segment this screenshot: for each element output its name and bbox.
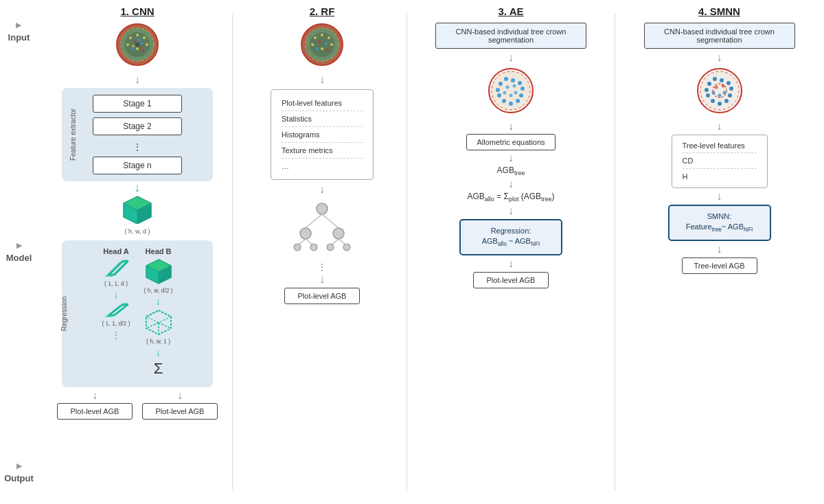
diagram-container: ▶ Input ▶ Model ▶ Output 1. CNN	[0, 0, 824, 504]
svg-point-76	[496, 88, 500, 92]
svg-point-55	[333, 228, 344, 239]
tree-level-panel: Tree-level features CD H	[672, 135, 768, 188]
feature-extractor-label: Feature extractor	[69, 108, 77, 161]
svg-point-86	[720, 78, 724, 82]
svg-point-94	[705, 88, 709, 92]
smnn-output: Tree-level AGB	[682, 257, 757, 274]
svg-point-44	[325, 42, 328, 45]
head-a-label: Head A	[103, 247, 129, 255]
svg-line-52	[306, 214, 322, 228]
rf-arrow3: ↓	[319, 274, 325, 285]
svg-line-34	[159, 323, 171, 328]
head-b-dim: ( h, w, d/2 )	[144, 287, 173, 294]
svg-line-35	[146, 323, 159, 328]
svg-point-60	[294, 244, 301, 251]
svg-point-39	[314, 36, 317, 39]
feature-extractor-panel: Feature extractor Stage 1 Stage 2 ⋮ Stag…	[62, 88, 213, 181]
svg-point-87	[726, 81, 731, 85]
ae-agbtree: AGBtree	[497, 165, 525, 176]
svg-point-10	[131, 47, 134, 50]
ae-title: 3. AE	[499, 5, 524, 17]
column-cnn: 1. CNN	[38, 5, 237, 499]
svg-point-77	[506, 86, 510, 89]
svg-point-71	[519, 93, 523, 98]
rf-tree-diagram	[288, 201, 356, 255]
svg-point-67	[504, 77, 508, 81]
smnn-scatter-image	[696, 67, 744, 117]
head-a-col: Head A ( 1, 1, d ) ↓ ( 1,	[102, 247, 130, 341]
svg-point-15	[139, 46, 141, 49]
svg-point-41	[328, 36, 330, 39]
stage1-box: Stage 1	[93, 95, 182, 113]
svg-point-8	[140, 42, 143, 45]
cnn-output-arrow1: ↓	[92, 390, 98, 401]
svg-point-88	[729, 87, 733, 91]
svg-point-90	[724, 99, 729, 103]
ae-regression-line1: Regression:	[468, 226, 554, 236]
smnn-box-line1: SMNN:	[676, 211, 763, 222]
ae-arrow2: ↓	[508, 121, 514, 132]
cd-item: CD	[683, 152, 757, 168]
rf-ellipsis: ⋮	[317, 262, 327, 273]
svg-point-62	[327, 244, 334, 251]
rf-title: 2. RF	[310, 5, 335, 17]
svg-point-3	[129, 36, 132, 39]
svg-point-81	[503, 91, 507, 95]
regression-label: Regression	[60, 297, 68, 332]
svg-point-75	[497, 93, 501, 98]
svg-point-92	[711, 99, 715, 103]
svg-point-43	[318, 41, 321, 43]
model-label: ▶ Model	[6, 241, 32, 263]
ae-regression-line2: AGBallo ~ AGBNFI	[468, 236, 554, 249]
ae-allometric-box: Allometric equations	[466, 134, 556, 150]
svg-point-69	[518, 81, 522, 85]
head-b-dim2: ( h, w, 1 )	[146, 338, 170, 345]
svg-point-66	[499, 82, 503, 86]
svg-point-16	[135, 43, 139, 47]
column-smnn: 4. SMNN CNN-based individual tree crown …	[615, 5, 824, 499]
smnn-arrow2: ↓	[717, 121, 722, 132]
smnn-regression-box: SMNN: Featuretree~ AGBNFI	[668, 205, 771, 241]
svg-point-79	[514, 91, 518, 95]
head-b-cube	[144, 258, 173, 284]
head-b-cube2	[144, 309, 173, 335]
svg-point-40	[321, 34, 323, 36]
svg-point-68	[511, 78, 515, 82]
rf-feature-texture: Texture metrics	[282, 143, 363, 159]
tree-level-title: Tree-level features	[683, 139, 757, 152]
svg-point-6	[126, 43, 129, 46]
svg-point-61	[310, 244, 317, 251]
ae-arrow5: ↓	[508, 205, 514, 216]
rf-feature-title: Plot-level features	[282, 95, 363, 111]
svg-point-63	[343, 244, 350, 251]
svg-point-7	[133, 41, 136, 43]
svg-point-74	[502, 99, 506, 103]
head-a-arrow: ↓	[113, 290, 118, 299]
sigma-symbol: Σ	[154, 360, 163, 378]
svg-point-48	[330, 43, 333, 46]
svg-point-84	[707, 82, 711, 86]
smnn-title: 4. SMNN	[698, 5, 740, 17]
ae-output: Plot-level AGB	[473, 272, 549, 288]
ae-regression-box: Regression: AGBallo ~ AGBNFI	[459, 219, 562, 255]
svg-point-98	[718, 94, 721, 98]
input-label: ▶ Input	[8, 21, 30, 43]
cnn-arrow-2: ↓	[135, 181, 141, 194]
cnn-title: 1. CNN	[120, 5, 154, 17]
head-b-arrow: ↓	[156, 297, 161, 306]
cnn-input-image	[115, 23, 160, 70]
svg-point-54	[300, 228, 311, 239]
svg-point-46	[316, 47, 319, 50]
cnn-output1: Plot-level AGB	[57, 403, 133, 420]
cnn-output2: Plot-level AGB	[142, 403, 218, 420]
smnn-segmentation-box: CNN-based individual tree crown segmenta…	[644, 23, 795, 49]
svg-point-70	[520, 87, 525, 91]
svg-point-45	[321, 47, 323, 50]
svg-point-93	[706, 93, 710, 98]
cnn-arrow-1: ↓	[135, 74, 140, 85]
ae-segmentation-box: CNN-based individual tree crown segmenta…	[435, 23, 586, 49]
ae-agb-formula: AGBallo = Σplot (AGBtree)	[467, 192, 554, 203]
svg-point-12	[146, 43, 148, 46]
svg-point-95	[714, 86, 718, 89]
svg-point-4	[136, 34, 139, 36]
